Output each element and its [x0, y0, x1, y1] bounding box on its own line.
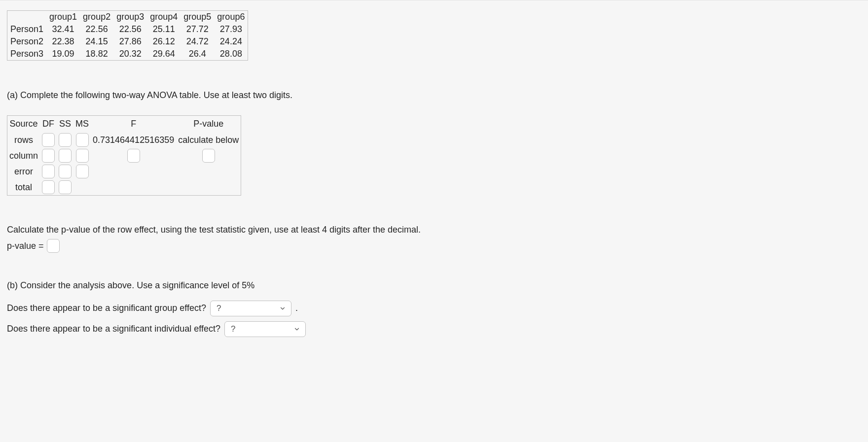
column-ss-input[interactable]	[59, 149, 72, 163]
data-table-header: group4	[147, 11, 181, 24]
data-table-header-row: group1 group2 group3 group4 group5 group…	[7, 11, 248, 24]
question-individual-effect: Does there appear to be a significant in…	[7, 324, 220, 334]
data-table-header: group2	[80, 11, 113, 24]
data-table-cell: 27.93	[214, 23, 248, 35]
total-df-input[interactable]	[42, 180, 55, 194]
rows-ss-input[interactable]	[59, 133, 72, 147]
anova-header-ms: MS	[73, 116, 91, 133]
total-ss-input[interactable]	[59, 180, 72, 194]
data-table-cell: 20.32	[113, 48, 147, 61]
data-table-cell: 24.72	[181, 35, 214, 48]
rows-f-value: 0.731464412516359	[91, 132, 176, 148]
part-a-instruction: (a) Complete the following two-way ANOVA…	[7, 90, 861, 101]
anova-total-row: total	[7, 179, 241, 196]
column-f-input[interactable]	[127, 149, 140, 163]
data-table-cell: 19.09	[46, 48, 80, 61]
data-table-row-header: Person1	[7, 23, 47, 35]
error-ms-input[interactable]	[76, 165, 89, 178]
rows-df-input[interactable]	[42, 133, 55, 147]
data-table: group1 group2 group3 group4 group5 group…	[7, 10, 248, 61]
anova-column-row: column	[7, 148, 241, 164]
pvalue-label: p-value =	[7, 239, 44, 253]
data-table-cell: 25.11	[147, 23, 181, 35]
column-ms-input[interactable]	[76, 149, 89, 163]
pvalue-input[interactable]	[47, 239, 60, 253]
data-table-cell: 22.56	[113, 23, 147, 35]
data-table-empty-header	[7, 11, 47, 24]
part-b-instruction: (b) Consider the analysis above. Use a s…	[7, 280, 861, 291]
data-table-cell: 27.86	[113, 35, 147, 48]
error-ss-input[interactable]	[59, 165, 72, 178]
question-group-effect: Does there appear to be a significant gr…	[7, 303, 206, 313]
data-table-row: Person2 22.38 24.15 27.86 26.12 24.72 24…	[7, 35, 248, 48]
anova-error-label: error	[7, 164, 40, 179]
data-table-row-header: Person3	[7, 48, 47, 61]
data-table-cell: 24.15	[80, 35, 113, 48]
data-table-cell: 26.12	[147, 35, 181, 48]
group-effect-select[interactable]: ?	[210, 301, 291, 316]
anova-table: Source DF SS MS F P-value rows 0.7314644…	[7, 115, 241, 196]
data-table-header: group6	[214, 11, 248, 24]
data-table-cell: 32.41	[46, 23, 80, 35]
anova-rows-label: rows	[7, 132, 40, 148]
data-table-header: group3	[113, 11, 147, 24]
chevron-down-icon	[279, 305, 286, 312]
data-table-header: group1	[46, 11, 80, 24]
anova-header-f: F	[91, 116, 176, 133]
data-table-row: Person3 19.09 18.82 20.32 29.64 26.4 28.…	[7, 48, 248, 61]
anova-column-label: column	[7, 148, 40, 164]
data-table-cell: 18.82	[80, 48, 113, 61]
rows-pvalue-text: calculate below	[176, 132, 241, 148]
anova-header-pvalue: P-value	[176, 116, 241, 133]
anova-header-source: Source	[7, 116, 40, 133]
anova-total-label: total	[7, 179, 40, 196]
column-df-input[interactable]	[42, 149, 55, 163]
data-table-row-header: Person2	[7, 35, 47, 48]
data-table-cell: 28.08	[214, 48, 248, 61]
select-placeholder: ?	[217, 304, 221, 313]
data-table-cell: 29.64	[147, 48, 181, 61]
data-table-cell: 27.72	[181, 23, 214, 35]
data-table-cell: 22.38	[46, 35, 80, 48]
chevron-down-icon	[293, 326, 300, 333]
column-pvalue-input[interactable]	[202, 149, 215, 163]
trailing-period: .	[295, 303, 298, 313]
anova-header-ss: SS	[57, 116, 73, 133]
data-table-cell: 26.4	[181, 48, 214, 61]
rows-ms-input[interactable]	[76, 133, 89, 147]
data-table-cell: 22.56	[80, 23, 113, 35]
individual-effect-select[interactable]: ?	[224, 321, 306, 337]
error-df-input[interactable]	[42, 165, 55, 178]
data-table-cell: 24.24	[214, 35, 248, 48]
anova-header-row: Source DF SS MS F P-value	[7, 116, 241, 133]
pvalue-paragraph: Calculate the p-value of the row effect,…	[7, 223, 861, 237]
select-placeholder: ?	[231, 324, 235, 334]
anova-header-df: DF	[40, 116, 57, 133]
anova-rows-row: rows 0.731464412516359 calculate below	[7, 132, 241, 148]
data-table-row: Person1 32.41 22.56 22.56 25.11 27.72 27…	[7, 23, 248, 35]
anova-error-row: error	[7, 164, 241, 179]
data-table-header: group5	[181, 11, 214, 24]
